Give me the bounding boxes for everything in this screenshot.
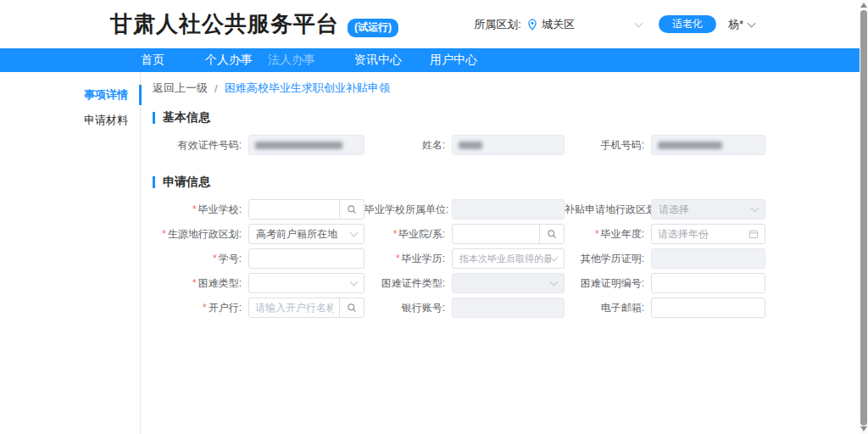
label-bank-account: 银行账号: (364, 301, 452, 315)
origin-region-select[interactable]: 高考前户籍所在地 (248, 224, 364, 244)
accent-bar (153, 176, 155, 188)
label-student-no: *学号: (153, 252, 248, 266)
chevron-down-icon (550, 253, 559, 262)
label-education: *毕业学历: (364, 252, 452, 266)
main: 事项详情 申请材料 返回上一级 / 困难高校毕业生求职创业补贴申领 基本信息 有… (0, 72, 868, 434)
page: 甘肃人社公共服务平台 (试运行) 所属区划: 城关区 适老化 杨* 首页 个人办… (0, 0, 868, 434)
label-grad-year: *毕业年度: (565, 227, 651, 242)
bank-input[interactable] (248, 298, 340, 318)
region-selector[interactable]: 所属区划: 城关区 (474, 17, 642, 32)
trial-badge: (试运行) (348, 19, 398, 37)
subsidy-region-select[interactable]: 请选择 (651, 199, 765, 220)
basic-info-grid: 有效证件号码: 姓名: 手机号码: (153, 135, 868, 155)
main-nav: 首页 个人办事 法人办事 资讯中心 用户中心 (0, 48, 868, 72)
search-icon (347, 204, 357, 214)
education-select[interactable]: 指本次毕业后取得的最新学... (452, 248, 565, 269)
label-school-org: 毕业学校所属单位: (364, 203, 452, 217)
apply-form-grid: *毕业学校: 毕业学校所属单位: 补贴申请地行政区划: 请选择 *生源地行政区划… (153, 199, 868, 318)
label-faculty: *毕业院/系: (364, 227, 452, 242)
name-field (452, 135, 565, 155)
breadcrumb-current[interactable]: 困难高校毕业生求职创业补贴申领 (225, 81, 390, 96)
region-value: 城关区 (542, 17, 575, 32)
user-name: 杨* (728, 17, 743, 32)
grad-year-datepicker[interactable]: 请选择年份 (651, 224, 765, 244)
chevron-down-icon[interactable] (634, 19, 643, 27)
breadcrumb: 返回上一级 / 困难高校毕业生求职创业补贴申领 (153, 81, 868, 96)
bank-search-button[interactable] (339, 298, 364, 318)
redacted-value (658, 142, 722, 149)
bank-account-field (452, 298, 565, 318)
accent-bar (153, 112, 155, 124)
id-number-field (248, 135, 364, 155)
label-difficulty-type: *困难类型: (153, 276, 248, 291)
chevron-down-icon (350, 229, 359, 237)
faculty-search-button[interactable] (539, 224, 565, 244)
scrollbar-thumb[interactable] (860, 10, 867, 426)
school-org-field (452, 199, 565, 220)
label-origin-region: *生源地行政区划: (153, 227, 248, 242)
chevron-down-icon (751, 204, 760, 213)
location-pin-icon (526, 19, 538, 31)
redacted-value (459, 142, 482, 149)
sidebar-item-materials[interactable]: 申请材料 (0, 108, 140, 133)
header: 甘肃人社公共服务平台 (试运行) 所属区划: 城关区 适老化 杨* (0, 0, 868, 48)
section-title-basic: 基本信息 (153, 110, 868, 125)
label-id-number: 有效证件号码: (153, 138, 248, 153)
chevron-down-icon (350, 278, 359, 287)
app-title: 甘肃人社公共服务平台 (110, 9, 339, 39)
difficulty-cert-type-select[interactable] (452, 273, 565, 293)
label-bank: *开户行: (153, 301, 248, 315)
label-name: 姓名: (364, 138, 452, 153)
breadcrumb-separator: / (214, 82, 218, 95)
phone-field (651, 135, 765, 155)
school-search-button[interactable] (339, 199, 364, 220)
difficulty-cert-no-input[interactable] (651, 273, 765, 293)
accessibility-mode-button[interactable]: 适老化 (659, 15, 716, 33)
email-input[interactable] (651, 298, 765, 318)
student-no-input[interactable] (248, 248, 364, 269)
label-phone: 手机号码: (565, 138, 651, 153)
section-title-basic-text: 基本信息 (163, 110, 210, 125)
nav-item-personal[interactable]: 个人办事 (205, 53, 253, 68)
label-email: 电子邮箱: (565, 301, 651, 315)
nav-item-news[interactable]: 资讯中心 (354, 53, 402, 68)
label-difficulty-cert-no: 困难证明编号: (565, 276, 651, 291)
sidebar: 事项详情 申请材料 (0, 72, 141, 434)
sidebar-item-detail[interactable]: 事项详情 (0, 82, 140, 108)
chevron-down-icon (748, 19, 756, 27)
faculty-input[interactable] (452, 224, 540, 244)
label-other-edu: 其他学历证明: (565, 252, 651, 266)
nav-item-corporate[interactable]: 法人办事 (268, 53, 315, 68)
region-label: 所属区划: (474, 17, 521, 32)
difficulty-type-select[interactable] (248, 273, 364, 293)
label-subsidy-region: 补贴申请地行政区划: (565, 203, 651, 217)
label-school: *毕业学校: (153, 203, 248, 217)
user-menu[interactable]: 杨* (728, 17, 754, 32)
search-icon (547, 229, 557, 239)
nav-item-user-center[interactable]: 用户中心 (430, 53, 477, 68)
redacted-value (255, 142, 342, 149)
content: 返回上一级 / 困难高校毕业生求职创业补贴申领 基本信息 有效证件号码: 姓名:… (141, 72, 868, 434)
section-title-apply: 申请信息 (153, 175, 868, 190)
scrollbar[interactable] (860, 0, 868, 434)
scroll-down-arrow-icon[interactable] (860, 426, 867, 431)
section-title-apply-text: 申请信息 (163, 175, 210, 190)
calendar-icon (748, 229, 759, 239)
search-icon (347, 303, 357, 313)
nav-item-home[interactable]: 首页 (141, 53, 164, 68)
chevron-down-icon (550, 278, 559, 287)
school-input[interactable] (248, 199, 340, 220)
label-difficulty-cert-type: 困难证件类型: (364, 276, 452, 291)
scroll-up-arrow-icon[interactable] (860, 3, 867, 8)
other-edu-field (651, 248, 765, 269)
back-link[interactable]: 返回上一级 (153, 81, 208, 96)
